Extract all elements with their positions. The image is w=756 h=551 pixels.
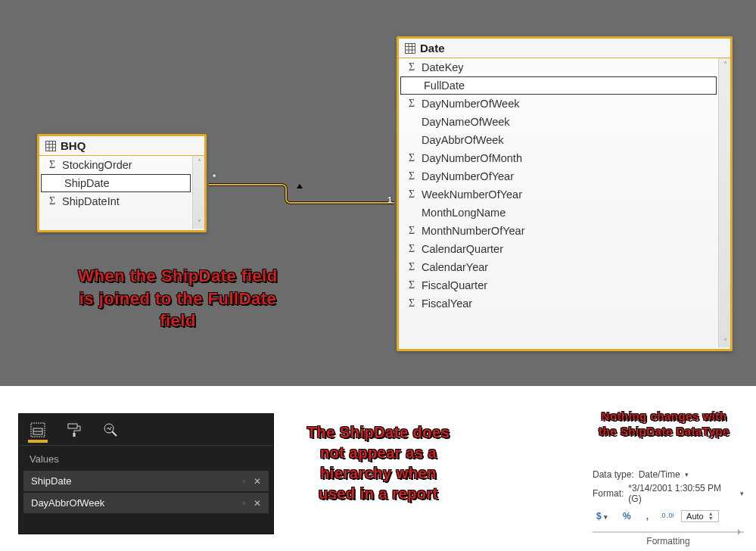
svg-marker-0 (297, 184, 303, 188)
chevron-down-icon[interactable]: ▾ (685, 471, 689, 478)
field-dayabbrofweek[interactable]: ΣDayAbbrOfWeek (399, 131, 730, 149)
sigma-icon: Σ (406, 61, 417, 73)
table-bhq-header[interactable]: BHQ (39, 136, 204, 156)
scroll-down-icon[interactable]: ˅ (193, 216, 204, 229)
annotation-top: When the ShipDate field is joined to the… (45, 265, 310, 332)
field-monthlongname[interactable]: ΣMonthLongName (399, 204, 730, 222)
sigma-icon: Σ (406, 261, 417, 273)
field-daynameofweek[interactable]: ΣDayNameOfWeek (399, 113, 730, 131)
ribbon-separator (593, 531, 744, 533)
svg-rect-6 (406, 43, 415, 53)
thousands-button[interactable]: , (642, 509, 652, 524)
table-bhq[interactable]: BHQ Σ StockingOrder ShipDate Σ ShipDateI… (37, 134, 207, 232)
cardinality-one: 1 (387, 195, 392, 204)
fields-icon (30, 422, 46, 438)
currency-button[interactable]: $ ▾ (593, 509, 611, 524)
field-datekey[interactable]: ΣDateKey (399, 58, 730, 76)
svg-text:.00: .00 (667, 512, 674, 519)
sigma-icon: Σ (406, 225, 417, 237)
remove-field-icon[interactable]: ✕ (254, 476, 261, 487)
field-daynumberofyear[interactable]: ΣDayNumberOfYear (399, 167, 730, 185)
analytics-icon (102, 422, 119, 438)
sigma-icon: Σ (406, 170, 417, 182)
sigma-icon: Σ (406, 279, 417, 291)
remove-field-icon[interactable]: ✕ (254, 498, 261, 509)
field-fiscalquarter[interactable]: ΣFiscalQuarter (399, 276, 730, 294)
data-type-label: Data type: (593, 469, 634, 480)
sigma-icon: Σ (406, 152, 417, 164)
scroll-down-icon[interactable]: ˅ (719, 335, 730, 347)
sigma-icon: Σ (47, 159, 58, 171)
sigma-icon: Σ (406, 243, 417, 255)
table-bhq-title: BHQ (61, 139, 86, 152)
table-date-header[interactable]: Date (399, 39, 730, 58)
svg-line-17 (112, 431, 117, 436)
table-date[interactable]: Date ΣDateKey FullDate ΣDayNumberOfWeek … (397, 36, 733, 351)
visual-fields-pane[interactable]: Values ShipDate ▾ ✕ DayAbbrOfWeek ▾ ✕ (18, 413, 274, 534)
sigma-icon: Σ (406, 98, 417, 110)
paint-roller-icon (66, 422, 82, 438)
sigma-icon: Σ (406, 188, 417, 201)
values-section-label: Values (19, 446, 273, 469)
field-fiscalyear[interactable]: ΣFiscalYear (399, 294, 730, 313)
table-icon (45, 141, 56, 151)
field-weeknumberofyear[interactable]: ΣWeekNumberOfYear (399, 185, 730, 204)
field-fulldate[interactable]: FullDate (400, 76, 717, 95)
svg-text:.0: .0 (660, 512, 666, 519)
field-daynumberofweek[interactable]: ΣDayNumberOfWeek (399, 95, 730, 113)
table-icon (405, 43, 415, 54)
table-date-title: Date (420, 42, 445, 54)
field-calendaryear[interactable]: ΣCalendarYear (399, 258, 730, 276)
cardinality-many: * (213, 173, 216, 182)
tab-analytics[interactable] (101, 420, 120, 443)
svg-rect-15 (73, 433, 76, 437)
sigma-icon: Σ (406, 297, 417, 310)
scroll-up-icon[interactable]: ˄ (719, 58, 730, 70)
decimal-icon[interactable]: .0.00 (660, 510, 674, 523)
percent-button[interactable]: % (619, 509, 635, 524)
data-type-value[interactable]: Date/Time (639, 469, 680, 480)
field-daynumberofmonth[interactable]: ΣDayNumberOfMonth (399, 149, 730, 167)
scrollbar[interactable]: ˄ ˅ (718, 58, 730, 347)
annotation-mid: The ShipDate does not appear as a hierar… (280, 422, 477, 504)
format-label: Format: (593, 488, 624, 499)
chevron-down-icon[interactable]: ▾ (242, 500, 246, 507)
scroll-up-icon[interactable]: ˄ (193, 156, 204, 168)
svg-rect-14 (68, 424, 77, 428)
sigma-icon: Σ (47, 195, 58, 207)
annotation-right: Nothing changes with the ShipDate DataTy… (583, 409, 745, 440)
decimal-auto-box[interactable]: Auto ▲▼ (681, 510, 719, 522)
chevron-down-icon[interactable]: ▾ (740, 490, 744, 497)
values-field-shipdate[interactable]: ShipDate ▾ ✕ (23, 471, 269, 491)
format-value[interactable]: *3/14/2001 1:30:55 PM (G) (628, 483, 736, 504)
field-shipdateint[interactable]: Σ ShipDateInt (39, 192, 204, 210)
field-stockingorder[interactable]: Σ StockingOrder (39, 156, 204, 174)
tab-fields[interactable] (28, 420, 48, 443)
model-view-canvas: * 1 BHQ Σ StockingOrder ShipDate Σ (0, 0, 756, 386)
values-field-dayabbrofweek[interactable]: DayAbbrOfWeek ▾ ✕ (23, 493, 269, 513)
field-calendarquarter[interactable]: ΣCalendarQuarter (399, 240, 730, 258)
chevron-down-icon[interactable]: ▾ (242, 478, 246, 485)
formatting-ribbon-group: Data type: Date/Time ▾ Format: *3/14/200… (593, 468, 744, 546)
svg-rect-1 (46, 141, 56, 151)
field-shipdate[interactable]: ShipDate (41, 174, 191, 192)
tab-format[interactable] (64, 420, 84, 443)
scrollbar[interactable]: ˄ ˅ (192, 156, 204, 229)
field-monthnumberofyear[interactable]: ΣMonthNumberOfYear (399, 222, 730, 240)
ribbon-group-label: Formatting (593, 534, 744, 546)
